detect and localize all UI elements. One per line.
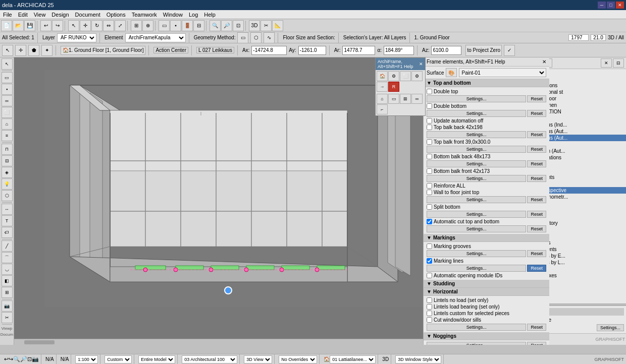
properties-settings-btn[interactable]: Settings... xyxy=(597,324,624,331)
marking-grooves-reset-btn[interactable]: Reset xyxy=(527,250,546,257)
bottom-ratio-dropdown[interactable]: 1:100 xyxy=(75,355,98,363)
bottom-balk-back-checkbox[interactable] xyxy=(427,154,432,159)
af-btn-r-active[interactable]: R xyxy=(388,82,399,92)
af-btn-1[interactable]: 🏠 xyxy=(377,71,388,81)
project-zero-btn[interactable]: to Project Zero xyxy=(465,45,502,56)
bottom-zoom-out-btn[interactable]: 🔎 xyxy=(20,356,27,362)
bottom-window-style-dropdown[interactable]: 3D Window Style xyxy=(395,355,441,363)
mirror-btn[interactable]: ⇔ xyxy=(103,20,114,31)
open-btn[interactable]: 📂 xyxy=(13,20,24,31)
scale-btn[interactable]: ⤢ xyxy=(115,20,126,31)
double-bottom-settings-btn[interactable]: Settings... xyxy=(427,110,526,117)
section-btn[interactable]: ✂ xyxy=(260,20,272,31)
menu-view[interactable]: View xyxy=(31,10,49,19)
mesh-tool[interactable]: ⊞ xyxy=(2,287,13,298)
lintels-custom-checkbox[interactable] xyxy=(427,311,432,316)
studding-section-header[interactable]: ▼ Studding xyxy=(424,280,549,288)
bottom-camera-btn[interactable]: 📷 xyxy=(32,356,39,362)
double-bottom-reset-btn[interactable]: Reset xyxy=(527,110,546,117)
bottom-fit-btn[interactable]: ⊡ xyxy=(27,356,32,362)
marking-lines-checkbox[interactable] xyxy=(427,258,432,264)
nav-expand-btn[interactable]: ⊟ xyxy=(613,58,624,68)
auto-cut-settings-btn[interactable]: Settings... xyxy=(427,225,526,232)
marking-lines-settings-btn[interactable]: Settings... xyxy=(427,265,526,272)
cross-btn[interactable]: ✛ xyxy=(15,45,26,56)
marking-grooves-checkbox[interactable] xyxy=(427,244,432,249)
layer-dropdown[interactable]: AF RUNKO xyxy=(57,33,96,42)
door-btn[interactable]: 🚪 xyxy=(182,20,193,31)
dim-tool[interactable]: ↔ xyxy=(2,204,13,215)
slab-tool[interactable]: ⬜ xyxy=(2,107,13,118)
top-balk-front-settings-btn[interactable]: Settings... xyxy=(427,146,526,153)
move-btn[interactable]: ✛ xyxy=(80,20,91,31)
top-balk-front-reset-btn[interactable]: Reset xyxy=(527,146,546,153)
zone-tool[interactable]: ⬡ xyxy=(2,190,13,201)
scrollbar-thumb-h[interactable] xyxy=(24,340,55,344)
frame-panel-close-btn[interactable]: ✕ xyxy=(542,59,546,65)
confirm-btn[interactable]: ✓ xyxy=(504,45,515,56)
cursor-btn[interactable]: ↖ xyxy=(2,45,13,56)
lamp-tool[interactable]: 💡 xyxy=(2,178,13,190)
auto-cut-checkbox[interactable] xyxy=(427,219,432,224)
select-btn[interactable]: ↖ xyxy=(68,20,79,31)
geo-btn2[interactable]: ⬡ xyxy=(250,32,262,43)
wall-floor-reset-btn[interactable]: Reset xyxy=(527,196,546,203)
cut-window-checkbox[interactable] xyxy=(427,317,432,323)
ax-input[interactable] xyxy=(251,46,287,55)
close-button[interactable]: ✕ xyxy=(616,2,624,9)
menu-window[interactable]: Window xyxy=(160,10,186,19)
grid-btn[interactable]: ⊞ xyxy=(131,20,142,31)
split-bottom-settings-btn[interactable]: Settings... xyxy=(427,211,526,218)
bottom-balk-front-checkbox[interactable] xyxy=(427,168,432,174)
bottom-model-dropdown[interactable]: Entire Model xyxy=(138,355,175,363)
lintels-no-load-checkbox[interactable] xyxy=(427,297,432,303)
elevation-btn[interactable]: 📐 xyxy=(272,20,283,31)
camera-tool[interactable]: 📷 xyxy=(2,300,13,312)
snap-btn[interactable]: ⊕ xyxy=(142,20,153,31)
top-balk-front-checkbox[interactable] xyxy=(427,139,432,145)
rotate-btn[interactable]: ↻ xyxy=(91,20,102,31)
auto-opening-checkbox[interactable] xyxy=(427,273,432,278)
minimize-button[interactable]: ─ xyxy=(598,2,606,9)
geo-btn1[interactable]: ▭ xyxy=(237,32,248,43)
bottom-undo-btn[interactable]: ↩ xyxy=(4,356,9,362)
stair-tool[interactable]: ≡ xyxy=(2,130,13,141)
menu-document[interactable]: Document xyxy=(72,10,103,19)
double-bottom-checkbox[interactable] xyxy=(427,103,432,109)
arc-tool[interactable]: ◡ xyxy=(2,264,13,275)
navigation-dot[interactable] xyxy=(224,286,232,294)
lintels-load-bearing-checkbox[interactable] xyxy=(427,304,432,310)
bottom-balk-back-reset-btn[interactable]: Reset xyxy=(527,160,546,167)
az-input[interactable] xyxy=(431,46,461,55)
marking-lines-reset-btn[interactable]: Reset xyxy=(527,265,546,272)
cut-settings-btn[interactable]: Settings... xyxy=(427,324,526,331)
wall-tool[interactable]: ▭ xyxy=(2,72,13,83)
3d-btn[interactable]: 3D xyxy=(249,20,260,31)
beam-tool[interactable]: ═ xyxy=(2,95,13,106)
af-frame-btn[interactable]: ⊞ xyxy=(400,94,411,104)
window-tool[interactable]: ⊟ xyxy=(2,155,13,166)
menu-log[interactable]: Log xyxy=(186,10,201,19)
menu-design[interactable]: Design xyxy=(48,10,72,19)
bottom-custom-dropdown[interactable]: Custom xyxy=(105,355,132,363)
noggings-reset-btn[interactable]: Reset xyxy=(527,342,546,345)
bottom-redo-btn[interactable]: ↪ xyxy=(9,356,13,362)
double-top-reset-btn[interactable]: Reset xyxy=(527,95,546,102)
af-btn-2[interactable]: ⚙ xyxy=(388,71,399,81)
af-house-btn[interactable]: ⌂ xyxy=(377,94,388,104)
door-tool[interactable]: ⊓ xyxy=(2,144,13,155)
element-dropdown[interactable]: ArchiFrameKapula xyxy=(125,33,186,42)
split-bottom-checkbox[interactable] xyxy=(427,204,432,210)
af-beam-btn[interactable]: ═ xyxy=(411,94,423,104)
zoom-in-btn[interactable]: 🔍 xyxy=(210,20,221,31)
geo-btn3[interactable]: ∿ xyxy=(264,32,275,43)
top-bottom-section-header[interactable]: ▼ Top and bottom xyxy=(424,79,549,87)
label-tool[interactable]: 🏷 xyxy=(2,227,13,238)
save-btn[interactable]: 💾 xyxy=(24,20,35,31)
bottom-override-dropdown[interactable]: No Overrides xyxy=(279,355,317,363)
wall-btn[interactable]: ▭ xyxy=(159,20,170,31)
bottom-3d-dropdown[interactable]: 3D View xyxy=(244,355,272,363)
ay-input[interactable] xyxy=(298,46,326,55)
af-btn-4[interactable]: ⚙ xyxy=(411,71,423,81)
cut-reset-btn[interactable]: Reset xyxy=(527,324,546,331)
